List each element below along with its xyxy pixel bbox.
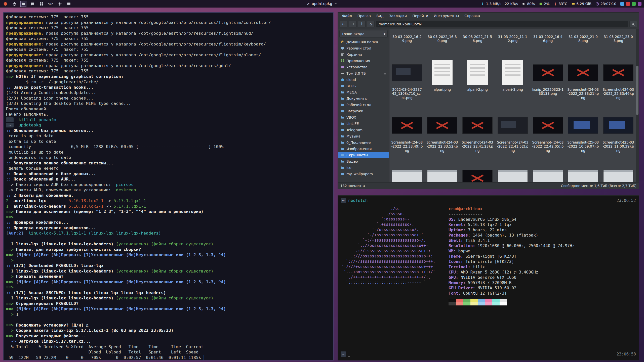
file-item[interactable]: alpari.png <box>425 59 460 112</box>
file-name: alpari-2.png <box>462 87 493 92</box>
menu-item[interactable]: Справка <box>462 13 482 18</box>
file-item[interactable] <box>566 164 601 182</box>
file-item[interactable]: 30-03-2022_16-30.png <box>425 29 460 59</box>
code-icon[interactable]: </> <box>48 1 53 7</box>
places-combo[interactable]: Точки входа ▾ <box>339 30 388 38</box>
file-item[interactable]: 31-03-2022_23-03.png <box>601 29 636 59</box>
file-item[interactable]: 30-03-2022_21-56.png <box>460 29 495 59</box>
sidebar-item-Загрузки[interactable]: Загрузки <box>338 108 389 114</box>
menu-item[interactable]: Перейти <box>410 13 430 18</box>
file-item[interactable]: 31-03-2022_11-12.png <box>495 29 530 59</box>
tray-icon[interactable] <box>620 2 624 6</box>
terminal-neofetch-window[interactable]: ~ neofetch 23:06:52 ./o. ./sssso- `:osss… <box>338 195 639 360</box>
file-item[interactable] <box>389 164 425 182</box>
file-item[interactable] <box>601 164 636 182</box>
display-icon[interactable] <box>66 1 71 7</box>
chat-icon[interactable] <box>30 1 35 7</box>
file-item[interactable] <box>530 164 566 182</box>
sidebar-item-Том 3,0 ТБ[interactable]: Том 3,0 ТБ <box>338 70 389 76</box>
menu-item[interactable]: Инструменты <box>431 13 461 18</box>
terminal-line: файловая система: 775 пакет: 755 <box>6 14 331 20</box>
cpu-icon <box>539 2 543 6</box>
tray-icon[interactable] <box>626 2 630 6</box>
sidebar-item-Telegram[interactable]: Telegram <box>338 127 389 133</box>
file-item[interactable] <box>460 164 495 182</box>
file-item[interactable]: alpari-2.png <box>460 59 495 112</box>
file-manager-content: 30-03-2022_16-29.png30-03-2022_16-30.png… <box>389 29 639 182</box>
path-input[interactable] <box>376 21 628 27</box>
file-item[interactable]: Screenshot-(24-03-2022_22:42:05).png <box>530 112 566 164</box>
terminal-update-window[interactable]: файловая система: 775 пакет: 755предупре… <box>3 12 334 360</box>
terminal-line: ==> <box>6 285 331 290</box>
sidebar-item-LinLIFE[interactable]: LinLIFE <box>338 120 389 127</box>
file-item[interactable]: alpari-3.png <box>495 59 530 112</box>
file-name: 31-03-2022_16-46.png <box>532 35 564 43</box>
eject-icon[interactable] <box>383 72 387 75</box>
home-button[interactable]: ⌂ <box>367 21 375 27</box>
tray-icon[interactable] <box>638 2 641 6</box>
forward-button[interactable]: → <box>349 21 356 27</box>
menu-item[interactable]: Файл <box>340 13 354 18</box>
sidebar-item-VBOX[interactable]: VBOX <box>338 114 389 120</box>
sidebar-item-Музыка[interactable]: Музыка <box>338 133 389 139</box>
sidebar-item-iso[interactable]: iso <box>338 164 389 171</box>
sidebar-item-MEGA[interactable]: MEGA <box>338 89 389 95</box>
sidebar-item-Корзина[interactable]: Корзина <box>338 51 389 58</box>
back-button[interactable]: ← <box>340 21 347 27</box>
shell-prompt-line[interactable]: ~ <box>341 351 350 357</box>
tools-icon[interactable] <box>57 1 62 7</box>
sidebar-item-my_wallpapers[interactable]: my_wallpapers <box>338 171 389 177</box>
files-icon[interactable] <box>21 1 26 7</box>
file-item[interactable]: Screenshot-(24-03-2022_22:33:49).png <box>389 112 425 164</box>
file-thumbnail <box>462 117 493 134</box>
menu-item[interactable]: Закладки <box>387 13 409 18</box>
search-button[interactable] <box>629 21 637 27</box>
terminal-line: файловая система: 775 пакет: 755 <box>6 47 331 52</box>
terminal-line: :: 2 Пакеты для обновления. <box>6 193 331 198</box>
sidebar-item-Рабочий стол[interactable]: Рабочий стол <box>338 45 389 51</box>
scrollbar-thumb[interactable] <box>636 66 638 115</box>
up-button[interactable]: ↑ <box>358 21 366 27</box>
sidebar-item-Скриншоты[interactable]: Скриншоты <box>338 152 389 158</box>
endeavouros-logo-icon[interactable] <box>3 1 8 7</box>
sidebar-item-0_Последнее[interactable]: 0_Последнее <box>338 139 389 146</box>
file-item[interactable]: Screenshot-(24-03-2022_22:41:23).png <box>460 112 495 164</box>
file-item[interactable]: 31-03-2022_16-46.png <box>530 29 566 59</box>
sidebar-item-Видео[interactable]: Видео <box>338 158 389 164</box>
file-item[interactable]: Screenshot-(24-03-2022_22:33:46).png <box>601 59 636 112</box>
folder-icon <box>340 122 344 126</box>
folder-icon <box>340 159 344 163</box>
temperature: 33°C <box>554 2 568 6</box>
file-item[interactable]: Screenshot-(24-03-2022_22:33:52).png <box>425 112 460 164</box>
power-icon[interactable] <box>12 1 17 7</box>
menu-item[interactable]: Вид <box>374 13 386 18</box>
tray-icon[interactable] <box>632 2 636 6</box>
file-item[interactable]: Screenshot-(24-03-2022_22:33:21).png <box>566 59 601 112</box>
sidebar-item-Приложения[interactable]: Приложения <box>338 58 389 64</box>
sidebar-item-cloud[interactable]: cloud <box>338 76 389 83</box>
sidebar-item-BLOG[interactable]: BLOG <box>338 83 389 89</box>
file-item[interactable]: 31-03-2022_21-08.png <box>566 29 601 59</box>
apps-grid-icon[interactable] <box>39 1 44 7</box>
sidebar-item-Домашняя папка[interactable]: Домашняя папка <box>338 39 389 45</box>
sidebar-item-Устройства[interactable]: Устройства <box>338 64 389 70</box>
file-item[interactable] <box>425 164 460 182</box>
volume-level[interactable]: 80% <box>522 2 535 6</box>
file-item[interactable]: 2022-03-24-223742_1308x710_scrot.png <box>389 59 425 112</box>
sidebar-item-Рабочий стол[interactable]: Рабочий стол <box>338 102 389 108</box>
file-thumbnail <box>498 170 528 182</box>
sidebar-item-label: VBOX <box>346 115 356 119</box>
menu-item[interactable]: Правка <box>355 13 373 18</box>
file-item[interactable] <box>495 164 530 182</box>
scrollbar[interactable] <box>636 29 639 182</box>
file-item[interactable]: ksnip_20220323-130133.png <box>530 59 566 112</box>
devices-icon <box>340 65 344 69</box>
terminal-line <box>6 317 331 323</box>
sidebar-item-Документы[interactable]: Документы <box>338 95 389 102</box>
file-item[interactable]: 30-03-2022_16-29.png <box>389 29 425 59</box>
file-item[interactable]: Screenshot-(25-03-2022_11:00:39).png <box>601 112 636 164</box>
file-item[interactable]: Screenshot-(25-03-2022_10:59:07).png <box>566 112 601 164</box>
file-item[interactable]: Screenshot-(24-03-2022_22:41:52).png <box>495 112 530 164</box>
sidebar-item-Изображения[interactable]: Изображения <box>338 146 389 152</box>
file-name: 30-03-2022_21-56.png <box>462 35 493 43</box>
